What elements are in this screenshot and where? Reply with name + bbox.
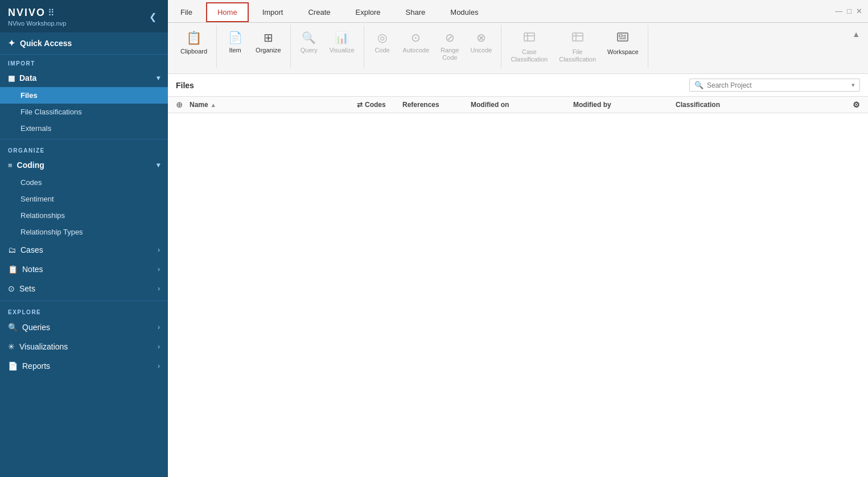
sidebar-logo: NVIVO ⠿ NVivo Workshop.nvp (8, 7, 66, 27)
case-classification-btn[interactable]: CaseClassification (506, 27, 552, 66)
autocode-btn[interactable]: ⊙ Autocode (398, 27, 434, 66)
nav-tab-share[interactable]: Share (394, 2, 437, 22)
explore-section-label: EXPLORE (0, 303, 168, 318)
workspace-btn[interactable]: Workspace (603, 27, 643, 66)
visualizations-label: Visualizations (19, 342, 68, 351)
col-name-header[interactable]: Name ▲ (190, 101, 357, 109)
organize-section-label: ORGANIZE (0, 142, 168, 156)
reports-label: Reports (22, 361, 50, 371)
classification-toolbar-group: CaseClassification FileClassification (501, 25, 648, 68)
sidebar-header: NVIVO ⠿ NVivo Workshop.nvp ❮ (0, 0, 168, 32)
range-code-btn[interactable]: ⊘ RangeCode (436, 27, 463, 66)
clipboard-btn[interactable]: 📋 Clipboard (176, 27, 212, 66)
table-body (168, 113, 868, 477)
close-icon[interactable]: ✕ (856, 7, 862, 15)
sidebar-item-file-classifications[interactable]: File Classifications (0, 104, 168, 120)
search-dropdown-icon[interactable]: ▾ (851, 81, 855, 89)
coding-group-header[interactable]: ≡ Coding ▾ (0, 156, 168, 174)
col-modified-by-header[interactable]: Modified by (573, 101, 676, 109)
sidebar-notes-expandable[interactable]: 📋 Notes › (0, 260, 168, 279)
nav-tab-modules[interactable]: Modules (439, 2, 489, 22)
coding-group: ≡ Coding ▾ Codes Sentiment Relationships… (0, 156, 168, 240)
toolbar: 📋 Clipboard 📄 Item ⊞ Organize 🔍 Query 📊 (168, 23, 868, 74)
code-icon: ◎ (377, 31, 387, 44)
quick-access-star-icon: ✦ (8, 38, 15, 48)
reports-icon: 📄 (8, 361, 18, 371)
svg-rect-3 (573, 33, 583, 41)
queries-icon: 🔍 (8, 323, 18, 332)
nav-tab-explore[interactable]: Explore (344, 2, 392, 22)
clipboard-icon: 📋 (186, 31, 201, 46)
query-btn[interactable]: 🔍 Query (295, 27, 323, 66)
workspace-label: Workspace (607, 48, 639, 56)
sidebar-item-externals[interactable]: Externals (0, 120, 168, 137)
settings-icon[interactable]: ⚙ (853, 100, 860, 109)
item-btn[interactable]: 📄 Item (221, 27, 249, 66)
sidebar-queries-expandable[interactable]: 🔍 Queries › (0, 318, 168, 337)
search-input[interactable] (707, 81, 844, 89)
coding-toolbar-group: ◎ Code ⊙ Autocode ⊘ RangeCode ⊗ Uncode (364, 25, 502, 68)
coding-chevron-icon: ▾ (157, 161, 160, 169)
svg-rect-0 (524, 33, 534, 41)
codes-col-label: Codes (365, 101, 386, 109)
minimize-icon[interactable]: — (835, 7, 842, 15)
quick-access-btn[interactable]: ✦ Quick Access (0, 32, 168, 55)
sets-icon: ⊙ (8, 284, 15, 293)
sidebar-item-codes[interactable]: Codes (0, 174, 168, 191)
coding-group-label: Coding (17, 161, 44, 170)
organize-icon: ⊞ (264, 31, 273, 44)
sidebar-cases-expandable[interactable]: 🗂 Cases › (0, 240, 168, 260)
case-classification-icon (523, 31, 536, 46)
modified-by-col-label: Modified by (573, 101, 611, 109)
references-col-label: References (402, 101, 439, 109)
top-nav: File Home Import Create Explore Share Mo… (168, 0, 868, 23)
clipboard-label: Clipboard (180, 48, 207, 55)
item-organize-group: 📄 Item ⊞ Organize (217, 25, 291, 68)
queries-chevron-icon: › (158, 323, 160, 331)
code-label: Code (375, 47, 389, 54)
name-sort-icon: ▲ (211, 102, 216, 108)
col-modified-on-header[interactable]: Modified on (471, 101, 573, 109)
col-codes-header[interactable]: ⇄ Codes (357, 101, 402, 109)
coding-group-items: Codes Sentiment Relationships Relationsh… (0, 174, 168, 240)
divider-organize (0, 139, 168, 139)
nav-tab-import[interactable]: Import (251, 2, 295, 22)
sidebar-item-sentiment[interactable]: Sentiment (0, 191, 168, 207)
query-visualize-group: 🔍 Query 📊 Visualize (291, 25, 364, 68)
item-label: Item (229, 47, 241, 54)
data-group-header[interactable]: ▦ Data ▾ (0, 69, 168, 87)
table-header: ⊕ Name ▲ ⇄ Codes References Modified on … (168, 97, 868, 113)
coding-icon: ≡ (8, 161, 13, 170)
nav-tab-create[interactable]: Create (297, 2, 342, 22)
sidebar-visualizations-expandable[interactable]: ✳ Visualizations › (0, 337, 168, 356)
sidebar: NVIVO ⠿ NVivo Workshop.nvp ❮ ✦ Quick Acc… (0, 0, 168, 477)
nav-tab-file[interactable]: File (169, 2, 204, 22)
uncode-btn[interactable]: ⊗ Uncode (466, 27, 496, 66)
reports-chevron-icon: › (158, 362, 160, 370)
maximize-icon[interactable]: □ (847, 7, 851, 15)
sets-chevron-icon: › (158, 285, 160, 293)
sidebar-item-relationships[interactable]: Relationships (0, 207, 168, 224)
notes-label: Notes (22, 265, 43, 274)
search-box: 🔍 ▾ (689, 79, 860, 92)
data-group-label: Data (19, 73, 36, 83)
autocode-label: Autocode (403, 47, 429, 54)
code-btn[interactable]: ◎ Code (369, 27, 396, 66)
sidebar-item-relationship-types[interactable]: Relationship Types (0, 224, 168, 240)
content-title: Files (176, 81, 194, 90)
toolbar-collapse-btn[interactable]: ▲ (848, 27, 865, 41)
visualize-btn[interactable]: 📊 Visualize (325, 27, 359, 66)
organize-btn[interactable]: ⊞ Organize (251, 27, 286, 66)
query-icon: 🔍 (302, 31, 316, 44)
nav-tab-home[interactable]: Home (206, 2, 249, 22)
search-icon: 🔍 (694, 81, 704, 89)
col-references-header[interactable]: References (402, 101, 471, 109)
file-classification-btn[interactable]: FileClassification (554, 27, 600, 66)
sidebar-sets-expandable[interactable]: ⊙ Sets › (0, 279, 168, 298)
project-name: NVivo Workshop.nvp (8, 20, 66, 27)
sidebar-collapse-btn[interactable]: ❮ (146, 10, 160, 23)
col-settings-header[interactable]: ⚙ (843, 100, 860, 109)
col-classification-header[interactable]: Classification (676, 101, 843, 109)
sidebar-reports-expandable[interactable]: 📄 Reports › (0, 356, 168, 376)
sidebar-item-files[interactable]: Files (0, 87, 168, 104)
